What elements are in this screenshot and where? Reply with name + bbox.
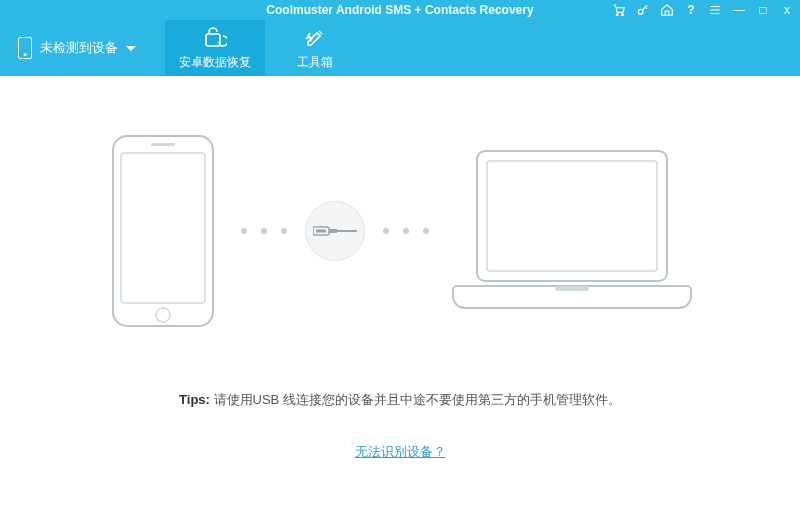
laptop-illustration [447,146,697,316]
tips-body: 请使用USB 线连接您的设备并且中途不要使用第三方的手机管理软件。 [210,392,621,407]
phone-illustration [103,131,223,331]
tips-label: Tips: [179,392,210,407]
help-icon[interactable]: ? [684,3,698,17]
svg-rect-9 [316,230,326,233]
svg-rect-13 [487,161,657,271]
device-status-dropdown[interactable]: 未检测到设备 [0,20,165,76]
svg-point-7 [156,308,170,322]
tab-recovery-label: 安卓数据恢复 [179,54,251,71]
svg-rect-3 [206,34,220,46]
recovery-icon [203,26,227,50]
tab-toolbox-label: 工具箱 [297,54,333,71]
svg-rect-6 [151,143,175,146]
device-status-label: 未检测到设备 [40,39,118,57]
window-controls: ? — □ x [612,0,794,20]
usb-plug-icon [305,201,365,261]
dots-right [383,228,429,234]
svg-rect-10 [329,229,337,233]
toolbar: 未检测到设备 安卓数据恢复 工具箱 [0,20,800,76]
svg-rect-14 [555,286,589,291]
phone-icon [18,37,32,59]
minimize-button[interactable]: — [732,3,746,17]
home-icon[interactable] [660,3,674,17]
tips-text: Tips: 请使用USB 线连接您的设备并且中途不要使用第三方的手机管理软件。 [179,391,621,409]
cannot-detect-link[interactable]: 无法识别设备？ [355,443,446,461]
tools-icon [303,26,327,50]
menu-icon[interactable] [708,3,722,17]
chevron-down-icon [126,46,136,51]
svg-rect-4 [113,136,213,326]
app-title: Coolmuster Android SMS + Contacts Recove… [266,3,533,17]
tab-android-recovery[interactable]: 安卓数据恢复 [165,20,265,76]
cart-icon[interactable] [612,3,626,17]
svg-point-1 [622,14,624,16]
svg-point-2 [638,9,643,14]
key-icon[interactable] [636,3,650,17]
app-window: Coolmuster Android SMS + Contacts Recove… [0,0,800,514]
titlebar: Coolmuster Android SMS + Contacts Recove… [0,0,800,20]
tab-toolbox[interactable]: 工具箱 [265,20,365,76]
connection-illustration [103,131,697,331]
close-button[interactable]: x [780,3,794,17]
maximize-button[interactable]: □ [756,3,770,17]
svg-point-0 [616,14,618,16]
svg-rect-12 [477,151,667,281]
dots-left [241,228,287,234]
svg-rect-5 [121,153,205,303]
main-content: Tips: 请使用USB 线连接您的设备并且中途不要使用第三方的手机管理软件。 … [0,76,800,514]
